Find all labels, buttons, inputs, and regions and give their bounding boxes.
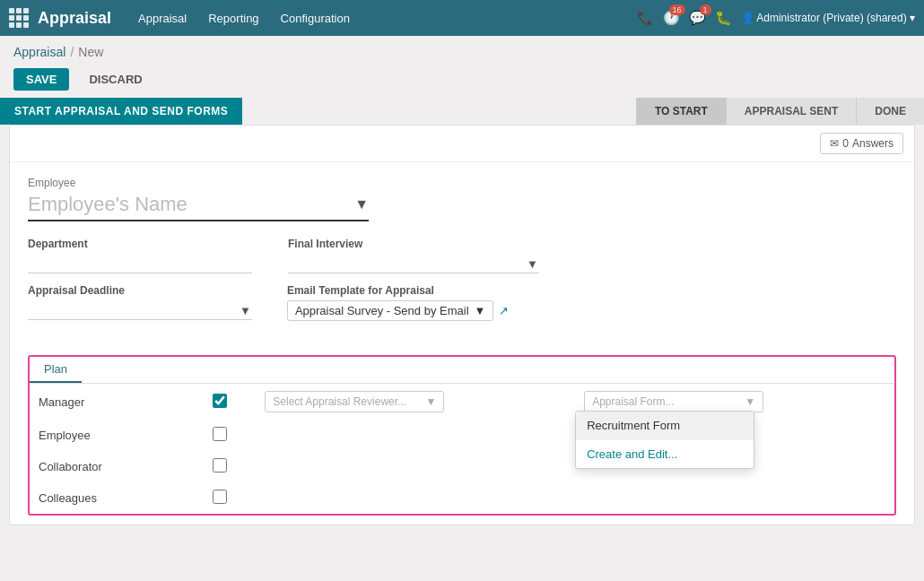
form-section: Employee Employee's Name ▼ Department Fi… (10, 162, 914, 346)
plan-table: Manager Select Appraisal Reviewer... ▼ A… (30, 384, 894, 514)
bug-icon[interactable]: 🐛 (715, 10, 732, 26)
breadcrumb: Appraisal / New (0, 36, 924, 65)
employee-reviewer-cell (256, 420, 575, 451)
email-template-value: Appraisal Survey - Send by Email (295, 304, 469, 317)
dropdown-item-recruitment[interactable]: Recruitment Form (576, 412, 754, 439)
department-col: Department (28, 238, 252, 273)
employee-row-label: Employee (30, 420, 204, 451)
department-label: Department (28, 238, 252, 250)
manager-reviewer-cell: Select Appraisal Reviewer... ▼ (256, 384, 575, 420)
email-template-label: Email Template for Appraisal (287, 284, 510, 297)
employee-checkbox[interactable] (213, 427, 227, 441)
topnav-menu: Appraisal Reporting Configuration (129, 0, 637, 36)
phone-icon[interactable]: 📞 (637, 10, 654, 26)
collaborator-reviewer-cell (256, 451, 575, 482)
colleagues-reviewer-cell (256, 482, 575, 514)
final-interview-input[interactable] (288, 254, 539, 273)
manager-form-cell: Appraisal Form... ▼ Recruitment Form Cre… (575, 384, 894, 420)
external-link-icon[interactable]: ↗ (499, 304, 509, 317)
manager-reviewer-arrow: ▼ (425, 395, 436, 408)
discard-button[interactable]: DISCARD (76, 68, 154, 91)
answers-bar: ✉ 0 Answers (10, 126, 914, 162)
deadline-select-row: ▼ (28, 300, 251, 320)
stage-done[interactable]: DONE (856, 98, 924, 125)
manager-form-arrow: ▼ (745, 395, 755, 408)
manager-checkbox[interactable] (213, 394, 227, 408)
menu-reporting[interactable]: Reporting (199, 0, 267, 36)
topnav: Appraisal Appraisal Reporting Configurat… (0, 0, 924, 36)
start-appraisal-button[interactable]: START APPRAISAL AND SEND FORMS (0, 98, 242, 125)
table-row: Collaborator (30, 451, 894, 482)
employee-checkbox-cell (204, 420, 256, 451)
chat-icon[interactable]: 💬 1 (689, 10, 706, 26)
email-template-select[interactable]: Appraisal Survey - Send by Email ▼ (287, 300, 494, 321)
final-interview-select-row: ▼ (288, 254, 538, 273)
plan-tabs: Plan (30, 357, 894, 384)
employee-field[interactable]: Employee's Name ▼ (28, 193, 369, 221)
clock-icon[interactable]: 🕐 16 (663, 10, 680, 26)
plan-section: Plan Manager Select Appraisal Reviewer..… (28, 355, 896, 516)
answers-label: Answers (852, 137, 893, 150)
manager-checkbox-cell (204, 384, 256, 420)
collaborator-checkbox[interactable] (213, 458, 227, 473)
apps-icon[interactable] (9, 8, 29, 28)
form-row-deadline: Appraisal Deadline ▼ Email Template for … (28, 284, 896, 321)
employee-dropdown-arrow: ▼ (354, 196, 369, 212)
breadcrumb-separator: / (70, 45, 74, 59)
employee-name-placeholder: Employee's Name (28, 193, 347, 216)
email-template-arrow: ▼ (475, 304, 486, 317)
manager-form-placeholder: Appraisal Form... (592, 395, 674, 408)
deadline-col: Appraisal Deadline ▼ (28, 284, 251, 321)
email-icon: ✉ (830, 137, 839, 150)
colleagues-checkbox-cell (204, 482, 256, 514)
manager-form-select[interactable]: Appraisal Form... ▼ (584, 391, 763, 412)
collaborator-checkbox-cell (204, 451, 256, 482)
colleagues-checkbox[interactable] (213, 490, 227, 504)
employee-label: Employee (28, 177, 896, 189)
save-button[interactable]: SAVE (13, 68, 69, 91)
menu-appraisal[interactable]: Appraisal (129, 0, 196, 36)
main-content: ✉ 0 Answers Employee Employee's Name ▼ D… (9, 125, 915, 525)
status-stages: TO START APPRAISAL SENT DONE (636, 98, 924, 125)
collaborator-label: Collaborator (30, 451, 204, 482)
answers-count: 0 (842, 137, 849, 150)
final-interview-col: Final Interview ▼ (288, 238, 538, 273)
clock-badge: 16 (669, 4, 685, 15)
colleagues-label: Colleagues (30, 482, 204, 514)
stage-to-start[interactable]: TO START (636, 98, 726, 125)
manager-reviewer-select[interactable]: Select Appraisal Reviewer... ▼ (265, 391, 444, 412)
plan-tab[interactable]: Plan (30, 357, 82, 383)
user-menu[interactable]: 👤 Administrator (Private) (shared) ▾ (741, 12, 915, 24)
dropdown-item-create-edit[interactable]: Create and Edit... (576, 440, 754, 468)
topnav-right: 📞 🕐 16 💬 1 🐛 👤 Administrator (Private) (… (637, 10, 915, 26)
table-row: Manager Select Appraisal Reviewer... ▼ A… (30, 384, 894, 420)
deadline-input[interactable] (28, 300, 252, 320)
final-interview-label: Final Interview (288, 238, 538, 250)
deadline-arrow: ▼ (240, 304, 251, 317)
deadline-label: Appraisal Deadline (28, 284, 251, 297)
appraisal-form-dropdown: Recruitment Form Create and Edit... (575, 411, 754, 469)
colleagues-form-cell (575, 482, 894, 514)
action-bar: SAVE DISCARD (0, 65, 924, 98)
manager-label: Manager (30, 384, 204, 420)
manager-reviewer-placeholder: Select Appraisal Reviewer... (273, 395, 406, 408)
app-logo: Appraisal (38, 9, 111, 28)
department-input[interactable] (28, 254, 252, 273)
email-template-row: Appraisal Survey - Send by Email ▼ ↗ (287, 300, 510, 321)
form-row-details: Department Final Interview ▼ (28, 238, 896, 273)
stage-appraisal-sent[interactable]: APPRAISAL SENT (726, 98, 856, 125)
answers-button[interactable]: ✉ 0 Answers (820, 133, 903, 154)
chat-badge: 1 (700, 4, 711, 15)
breadcrumb-current: New (78, 45, 103, 59)
email-template-col: Email Template for Appraisal Appraisal S… (287, 284, 510, 321)
status-bar: START APPRAISAL AND SEND FORMS TO START … (0, 98, 924, 125)
table-row: Colleagues (30, 482, 894, 514)
table-row: Employee (30, 420, 894, 451)
breadcrumb-parent[interactable]: Appraisal (13, 45, 65, 59)
menu-configuration[interactable]: Configuration (272, 0, 359, 36)
final-interview-arrow: ▼ (527, 257, 538, 271)
